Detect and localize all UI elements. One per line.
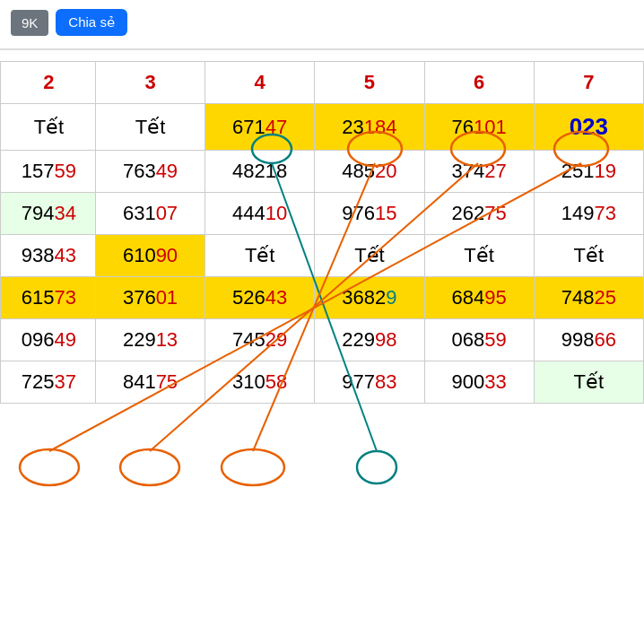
svg-point-5 xyxy=(120,449,179,485)
btn-9k[interactable]: 9K xyxy=(11,10,48,36)
table-cell: 22998 xyxy=(315,319,424,361)
table-cell: 31058 xyxy=(205,361,315,404)
table-cell: 22913 xyxy=(95,319,205,361)
table-cell: Tết xyxy=(1,104,96,151)
table-row: 794346310744410976152627514973 xyxy=(1,193,644,235)
table-row: TếtTết671472318476101023 xyxy=(1,104,644,151)
col-header-6: 6 xyxy=(424,62,534,104)
table-cell: 67147 xyxy=(205,104,315,151)
table-row: 615733760152643368296849574825 xyxy=(1,277,644,319)
table-cell: 48520 xyxy=(315,151,424,193)
col-header-5: 5 xyxy=(315,62,424,104)
table-cell: 99866 xyxy=(534,319,643,361)
table-cell: 74529 xyxy=(205,319,315,361)
svg-point-4 xyxy=(20,449,79,485)
table-row: 9384361090TếtTếtTếtTết xyxy=(1,235,644,277)
table-cell: 37427 xyxy=(424,151,534,193)
table-cell: 97783 xyxy=(315,361,424,404)
table-cell: Tết xyxy=(424,235,534,277)
top-bar: 9K Chia sẻ xyxy=(0,0,644,45)
table-cell: 76101 xyxy=(424,104,534,151)
col-header-4: 4 xyxy=(205,62,315,104)
table-cell: 97615 xyxy=(315,193,424,235)
table-cell: 06859 xyxy=(424,319,534,361)
svg-point-6 xyxy=(222,449,284,485)
table-cell: Tết xyxy=(205,235,315,277)
table-cell: 26275 xyxy=(424,193,534,235)
table-cell: 61090 xyxy=(95,235,205,277)
divider xyxy=(0,48,644,50)
btn-share[interactable]: Chia sẻ xyxy=(56,9,127,36)
table-cell: 68495 xyxy=(424,277,534,319)
col-header-3: 3 xyxy=(95,62,205,104)
col-header-7: 7 xyxy=(534,62,643,104)
table-cell: 23184 xyxy=(315,104,424,151)
table-cell: 61573 xyxy=(1,277,96,319)
table-row: 096492291374529229980685999866 xyxy=(1,319,644,361)
table-cell: Tết xyxy=(95,104,205,151)
header-row: 2 3 4 5 6 7 xyxy=(1,62,644,104)
table-cell: 52643 xyxy=(205,277,315,319)
table-cell: 48218 xyxy=(205,151,315,193)
table-row: 7253784175310589778390033Tết xyxy=(1,361,644,404)
table-cell: 72537 xyxy=(1,361,96,404)
table-cell: 90033 xyxy=(424,361,534,404)
table-cell: Tết xyxy=(315,235,424,277)
table-cell: 79434 xyxy=(1,193,96,235)
table-cell: 09649 xyxy=(1,319,96,361)
table-cell: 36829 xyxy=(315,277,424,319)
table-cell: 37601 xyxy=(95,277,205,319)
table-cell: 44410 xyxy=(205,193,315,235)
lottery-table: 2 3 4 5 6 7 TếtTết6714723184761010231575… xyxy=(0,61,644,404)
table-cell: 15759 xyxy=(1,151,96,193)
table-cell: Tết xyxy=(534,235,643,277)
table-container: 2 3 4 5 6 7 TếtTết6714723184761010231575… xyxy=(0,61,644,404)
table-row: 157597634948218485203742725119 xyxy=(1,151,644,193)
table-cell: Tết xyxy=(534,361,643,404)
table-cell: 25119 xyxy=(534,151,643,193)
table-cell: 63107 xyxy=(95,193,205,235)
table-cell: 93843 xyxy=(1,235,96,277)
table-cell: 023 xyxy=(534,104,643,151)
table-cell: 76349 xyxy=(95,151,205,193)
table-cell: 14973 xyxy=(534,193,643,235)
svg-point-7 xyxy=(357,451,396,483)
table-cell: 84175 xyxy=(95,361,205,404)
col-header-2: 2 xyxy=(1,62,96,104)
table-cell: 74825 xyxy=(534,277,643,319)
